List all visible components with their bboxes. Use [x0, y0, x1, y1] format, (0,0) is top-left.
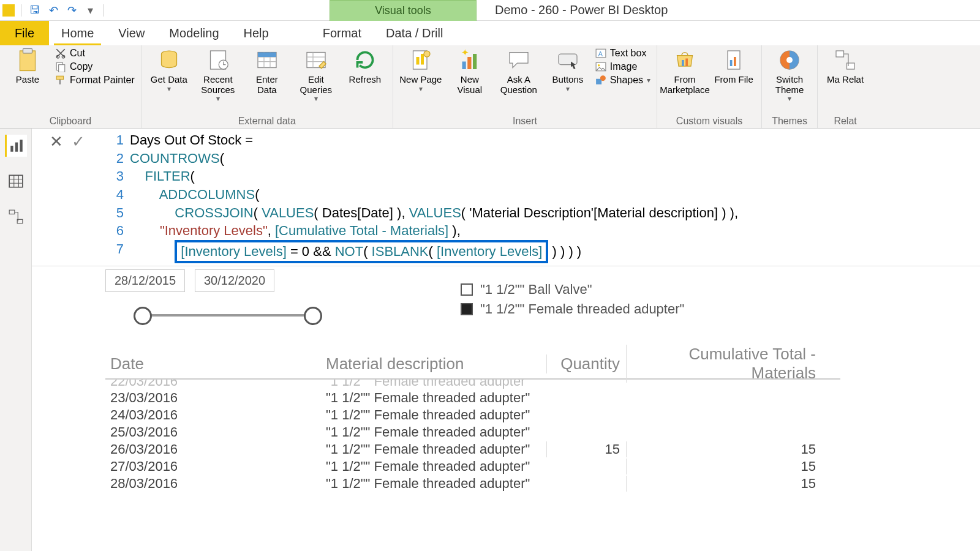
- group-clipboard: Paste Cut Copy Format Painter Clipboard: [0, 45, 141, 128]
- from-file-button[interactable]: From File: [712, 48, 755, 85]
- slider-handle-left[interactable]: [134, 307, 152, 325]
- buttons-button[interactable]: Buttons: [546, 48, 589, 93]
- table-row[interactable]: 23/03/2016"1 1/2"" Female threaded adupt…: [105, 389, 840, 407]
- new-visual-button[interactable]: ✦New Visual: [448, 48, 491, 95]
- shapes-button[interactable]: Shapes: [595, 75, 650, 86]
- manage-relationships-button[interactable]: Ma Relat: [824, 48, 867, 85]
- ribbon-tabs: File Home View Modeling Help Format Data…: [0, 21, 980, 45]
- copy-button[interactable]: Copy: [55, 61, 135, 72]
- ask-question-button[interactable]: Ask A Question: [497, 48, 540, 95]
- view-rail: [0, 129, 32, 551]
- tab-file[interactable]: File: [0, 21, 49, 45]
- table-row[interactable]: 24/03/2016"1 1/2"" Female threaded adupt…: [105, 407, 840, 424]
- commit-formula-icon[interactable]: ✓: [72, 132, 85, 151]
- svg-rect-30: [734, 57, 736, 66]
- format-painter-button[interactable]: Format Painter: [55, 75, 135, 86]
- group-insert: New Page ✦New Visual Ask A Question Butt…: [393, 45, 657, 128]
- svg-rect-0: [20, 51, 36, 71]
- refresh-button[interactable]: Refresh: [344, 48, 386, 85]
- tab-view[interactable]: View: [106, 21, 157, 45]
- svg-rect-27: [685, 59, 688, 67]
- data-view-icon[interactable]: [5, 170, 27, 192]
- svg-point-32: [786, 57, 793, 63]
- table-row[interactable]: 28/03/2016"1 1/2"" Female threaded adupt…: [105, 475, 840, 492]
- app-icon: [2, 4, 15, 17]
- svg-rect-1: [23, 48, 32, 53]
- svg-rect-29: [730, 60, 733, 66]
- svg-rect-17: [473, 54, 477, 69]
- slider-handle-right[interactable]: [304, 307, 322, 325]
- svg-rect-15: [462, 62, 466, 70]
- group-themes-label: Themes: [768, 116, 811, 127]
- text-box-button[interactable]: AText box: [595, 48, 650, 59]
- svg-rect-5: [59, 65, 65, 72]
- svg-rect-36: [15, 143, 18, 152]
- table-visual[interactable]: Date Material description Quantity Cumul…: [105, 349, 840, 492]
- cancel-formula-icon[interactable]: ✕: [50, 132, 63, 151]
- checkbox-icon[interactable]: [461, 283, 473, 296]
- tab-modeling[interactable]: Modeling: [157, 21, 231, 45]
- tab-help[interactable]: Help: [232, 21, 281, 45]
- table-row[interactable]: 25/03/2016"1 1/2"" Female threaded adupt…: [105, 424, 840, 441]
- enter-data-button[interactable]: Enter Data: [246, 48, 288, 95]
- switch-theme-button[interactable]: Switch Theme: [768, 48, 811, 103]
- tab-format[interactable]: Format: [311, 21, 374, 45]
- table-row[interactable]: 27/03/2016"1 1/2"" Female threaded adupt…: [105, 458, 840, 475]
- report-view-icon[interactable]: [5, 135, 27, 157]
- table-row[interactable]: 26/03/2016"1 1/2"" Female threaded adupt…: [105, 441, 840, 458]
- group-external-data: Get Data Recent Sources Enter Data Edit …: [141, 45, 393, 128]
- table-body: 22/03/2016"1 1/2"" Female threaded adupt…: [105, 380, 840, 492]
- tab-home[interactable]: Home: [49, 21, 106, 45]
- qat-customize-icon[interactable]: ▾: [83, 3, 97, 18]
- contextual-tab-visual-tools: Visual tools: [330, 0, 477, 21]
- formula-bar[interactable]: ✕ ✓ 1Days Out Of Stock = 2COUNTROWS( 3 F…: [32, 129, 980, 266]
- image-button[interactable]: Image: [595, 61, 650, 72]
- svg-rect-16: [467, 57, 471, 69]
- group-insert-label: Insert: [399, 116, 650, 127]
- group-custom-visuals: From Marketplace From File Custom visual…: [657, 45, 762, 128]
- from-marketplace-button[interactable]: From Marketplace: [663, 48, 706, 95]
- svg-text:A: A: [598, 50, 603, 58]
- edit-queries-button[interactable]: Edit Queries: [295, 48, 337, 103]
- svg-rect-35: [10, 146, 13, 152]
- checkbox-icon[interactable]: [461, 303, 473, 315]
- col-material[interactable]: Material description: [326, 354, 546, 373]
- group-relat-label: Relat: [824, 116, 867, 127]
- col-quantity[interactable]: Quantity: [546, 354, 626, 373]
- date-slicer[interactable]: 28/12/2015 30/12/2020: [105, 269, 314, 328]
- svg-rect-37: [20, 140, 22, 152]
- ribbon: Paste Cut Copy Format Painter Clipboard …: [0, 45, 980, 129]
- group-external-label: External data: [148, 116, 386, 127]
- cut-button[interactable]: Cut: [55, 48, 135, 59]
- svg-point-23: [598, 64, 600, 66]
- group-relationships: Ma Relat Relat: [818, 45, 873, 128]
- window-title: Demo - 260 - Power BI Desktop: [495, 3, 668, 17]
- svg-rect-33: [836, 51, 844, 57]
- group-custom-label: Custom visuals: [663, 116, 755, 127]
- tab-data-drill[interactable]: Data / Drill: [374, 21, 455, 45]
- group-themes: Switch Theme Themes: [762, 45, 818, 128]
- slicer-slider[interactable]: [142, 303, 314, 328]
- dax-editor[interactable]: 1Days Out Of Stock = 2COUNTROWS( 3 FILTE…: [103, 129, 744, 266]
- svg-rect-19: [559, 54, 577, 65]
- col-cumulative[interactable]: Cumulative Total - Materials: [626, 345, 822, 383]
- save-icon[interactable]: 🖫: [28, 3, 42, 18]
- new-page-button[interactable]: New Page: [399, 48, 442, 93]
- slicer-from-date[interactable]: 28/12/2015: [105, 269, 185, 292]
- col-date[interactable]: Date: [105, 354, 326, 373]
- svg-point-14: [424, 51, 430, 57]
- legend: "1 1/2"" Ball Valve" "1 1/2"" Female thr…: [461, 282, 684, 321]
- legend-item[interactable]: "1 1/2"" Female threaded adupter": [461, 301, 684, 317]
- group-clipboard-label: Clipboard: [6, 116, 135, 127]
- undo-icon[interactable]: ↶: [46, 3, 61, 18]
- model-view-icon[interactable]: [5, 206, 27, 228]
- svg-rect-11: [258, 53, 276, 58]
- paste-button[interactable]: Paste: [6, 48, 49, 85]
- redo-icon[interactable]: ↷: [64, 3, 79, 18]
- get-data-button[interactable]: Get Data: [148, 48, 190, 93]
- recent-sources-button[interactable]: Recent Sources: [197, 48, 239, 103]
- paste-label: Paste: [16, 75, 39, 85]
- legend-item[interactable]: "1 1/2"" Ball Valve": [461, 282, 684, 298]
- svg-rect-26: [682, 60, 684, 66]
- slicer-to-date[interactable]: 30/12/2020: [195, 269, 274, 292]
